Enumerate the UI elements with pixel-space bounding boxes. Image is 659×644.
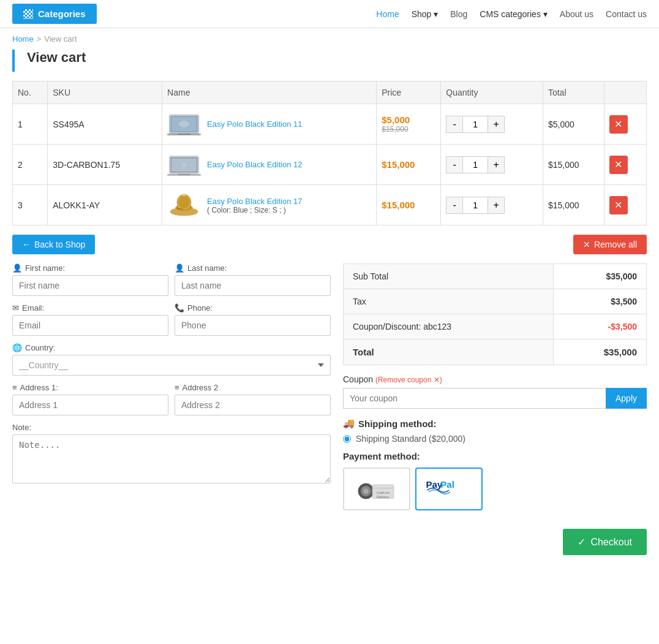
remove-button-1[interactable]: ✕ [609,115,628,134]
nav-home[interactable]: Home [376,9,399,19]
qty-ctrl-2: - + [446,156,538,173]
product-link-3[interactable]: Easy Polo Black Edition 17 [207,197,302,206]
qty-ctrl-3: - + [446,197,538,214]
grid-icon [23,9,33,19]
svg-text:Pal: Pal [440,479,454,490]
col-total: Total [543,81,604,104]
address2-input[interactable] [175,395,331,415]
apply-button[interactable]: Apply [606,388,647,409]
payment-section: Payment method: Cash on Delivery [343,451,647,510]
qty-plus-1[interactable]: + [488,116,505,133]
nav-contact[interactable]: Contact us [606,9,647,19]
price-current-3: $15,000 [382,200,435,210]
address-row: ≡ Address 1: ≡ Address 2 [12,383,331,415]
phone-group: 📞 Phone: [175,303,331,336]
note-textarea[interactable] [12,434,331,483]
summary-total-row: Total $35,000 [344,339,647,365]
col-action [604,81,646,104]
qty-minus-2[interactable]: - [446,156,463,173]
payment-cod[interactable]: Cash on Delivery [343,468,410,510]
address2-label: ≡ Address 2 [175,383,331,392]
cell-remove-1: ✕ [604,104,646,145]
shipping-option[interactable]: Shipping Standard ($20,000) [343,434,647,444]
qty-plus-2[interactable]: + [488,156,505,173]
table-row: 1 SS495A Easy Polo Black Edition 11 $ [13,104,647,145]
qty-input-1[interactable] [463,116,488,133]
svg-rect-5 [178,134,190,135]
shipping-radio[interactable] [343,435,351,443]
remove-coupon-link[interactable]: (Remove coupon ✕) [375,376,442,384]
cell-no: 1 [13,104,48,145]
price-current-1: $5,000 [382,115,435,125]
payment-title: Payment method: [343,451,647,461]
col-sku: SKU [48,81,162,104]
last-name-input[interactable] [175,275,331,296]
shipping-title: 🚚 Shipping method: [343,418,647,429]
product-link-1[interactable]: Easy Polo Black Edition 11 [207,119,302,129]
truck-icon: 🚚 [343,418,355,429]
svg-point-17 [183,194,186,197]
coupon-input[interactable] [343,388,606,409]
list-icon2: ≡ [175,383,179,392]
subtotal-label: Sub Total [344,264,554,289]
product-image-3 [167,191,201,219]
email-group: ✉ Email: [12,303,168,336]
qty-input-3[interactable] [463,197,488,214]
qty-minus-1[interactable]: - [446,116,463,133]
country-group: 🌐 Country: __Country__ [12,343,331,376]
address2-group: ≡ Address 2 [175,383,331,415]
remove-all-button[interactable]: ✕ Remove all [573,235,647,254]
first-name-input[interactable] [12,275,168,296]
breadcrumb-home[interactable]: Home [12,34,34,44]
summary-subtotal-row: Sub Total $35,000 [344,264,647,289]
nav-about[interactable]: About us [560,9,593,19]
summary-table: Sub Total $35,000 Tax $3,500 Coupon/Disc… [343,263,647,365]
payment-paypal[interactable]: Pay Pal [415,468,483,510]
product-info-3: Easy Polo Black Edition 17 ( Color: Blue… [207,196,302,214]
checkout-button[interactable]: ✓ Checkout [563,529,647,555]
qty-plus-3[interactable]: + [488,197,505,214]
cell-qty-1: - + [441,104,543,145]
cell-sku: 3D-CARBON1.75 [48,145,162,185]
nav-blog[interactable]: Blog [450,9,467,19]
last-name-label: 👤 Last name: [175,263,331,273]
cell-price-2: $15,000 [377,145,441,185]
country-select[interactable]: __Country__ [12,355,331,376]
qty-input-2[interactable] [463,156,488,173]
nav-shop-dropdown[interactable]: Shop ▾ [412,9,439,19]
cell-no: 3 [13,185,48,225]
cell-name: Easy Polo Black Edition 11 [162,104,377,145]
cod-icon: Cash on Delivery [355,474,398,504]
country-label: 🌐 Country: [12,343,331,352]
checkmark-icon: ✓ [578,536,586,548]
product-link-2[interactable]: Easy Polo Black Edition 12 [207,160,302,169]
product-detail-3: ( Color: Blue ; Size: S ; ) [207,206,302,214]
qty-ctrl-1: - + [446,116,538,133]
cell-remove-3: ✕ [604,185,646,225]
cell-no: 2 [13,145,48,185]
checkout-row: ✓ Checkout [0,523,659,567]
qty-minus-3[interactable]: - [446,197,463,214]
price-old-1: $15,000 [382,125,435,134]
remove-all-label: Remove all [594,240,637,249]
phone-input[interactable] [175,315,331,336]
remove-button-2[interactable]: ✕ [609,156,628,174]
cell-price-1: $5,000 $15,000 [377,104,441,145]
back-to-shop-button[interactable]: ← Back to Shop [12,235,95,254]
cell-total-2: $15,000 [543,145,604,185]
total-value: $35,000 [553,339,646,365]
email-input[interactable] [12,315,168,336]
col-price: Price [377,81,441,104]
address1-input[interactable] [12,395,168,415]
first-name-group: 👤 First name: [12,263,168,296]
main-nav: Home Shop ▾ Blog CMS categories ▾ About … [376,9,647,19]
svg-rect-10 [178,174,190,175]
remove-all-icon: ✕ [583,240,590,249]
back-arrow-icon: ← [22,240,31,249]
remove-button-3[interactable]: ✕ [609,196,628,214]
price-current-2: $15,000 [382,159,435,170]
categories-button[interactable]: Categories [12,4,97,24]
header: Categories Home Shop ▾ Blog CMS categori… [0,0,659,28]
page-title-wrapper: View cart [12,50,647,72]
nav-cms-dropdown[interactable]: CMS categories ▾ [480,9,547,19]
